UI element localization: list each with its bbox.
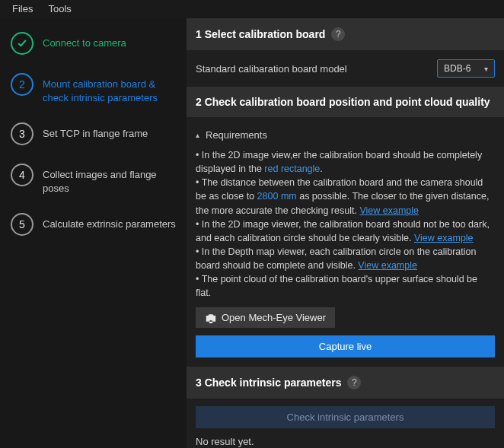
step-label: Connect to camera xyxy=(43,32,126,50)
board-model-value: BDB-6 xyxy=(444,63,471,74)
step-circle-pending: 4 xyxy=(11,164,33,186)
chevron-up-icon: ▴ xyxy=(196,131,199,139)
check-intrinsic-button[interactable]: Check intrinsic parameters xyxy=(196,406,495,428)
menu-tools[interactable]: Tools xyxy=(40,2,78,16)
step-collect-images[interactable]: 4 Collect images and flange poses xyxy=(8,164,179,195)
capture-live-button[interactable]: Capture live xyxy=(196,335,495,357)
menu-files[interactable]: Files xyxy=(5,2,40,16)
chevron-down-icon: ▾ xyxy=(484,65,488,73)
requirements-label: Requirements xyxy=(206,129,267,141)
board-model-label: Standard calibaration board model xyxy=(196,63,347,75)
section3-title: 3 Check intrinsic parameters xyxy=(196,377,341,389)
req-item: In the 2D image viewer, the calibration … xyxy=(196,218,495,245)
capture-row: Capture live xyxy=(187,335,504,367)
requirements-block: ▴ Requirements In the 2D image view,er t… xyxy=(187,117,504,335)
view-example-link[interactable]: View example xyxy=(414,233,474,243)
req-item: In the Depth map viewer, each calibratio… xyxy=(196,245,495,272)
step-calculate-extrinsic[interactable]: 5 Calculate extrinsic parameters xyxy=(8,213,179,236)
step-set-tcp[interactable]: 3 Set TCP in flange frame xyxy=(8,122,179,145)
help-icon[interactable]: ? xyxy=(347,376,361,389)
step-label: Collect images and flange poses xyxy=(43,164,179,195)
step-label: Mount calibration board & check intrinsi… xyxy=(43,73,179,104)
section3-header: 3 Check intrinsic parameters ? xyxy=(187,367,504,399)
requirements-list: In the 2D image view,er the calibration … xyxy=(196,148,495,300)
requirements-toggle[interactable]: ▴ Requirements xyxy=(196,125,495,145)
section2-header: 2 Check calibration board position and p… xyxy=(187,87,504,117)
camera-icon xyxy=(205,313,217,323)
board-model-row: Standard calibaration board model BDB-6 … xyxy=(187,50,504,87)
red-rectangle-link[interactable]: red rectangle xyxy=(264,164,320,174)
section1-title: 1 Select calibration board xyxy=(196,28,325,40)
distance-value: 2800 mm xyxy=(257,191,297,202)
main-panel: 1 Select calibration board ? Standard ca… xyxy=(187,18,504,448)
open-mecheye-button[interactable]: Open Mech-Eye Viewer xyxy=(196,307,335,328)
req-item: The distance between the calibration boa… xyxy=(196,176,495,217)
section2-title: 2 Check calibration board position and p… xyxy=(196,96,490,108)
open-mecheye-label: Open Mech-Eye Viewer xyxy=(222,312,326,323)
check-icon xyxy=(16,37,28,49)
check-row: Check intrinsic parameters xyxy=(187,406,504,428)
intrinsic-status: No result yet. xyxy=(196,436,254,447)
step-circle-done xyxy=(11,32,33,55)
status-row: No result yet. xyxy=(187,436,504,447)
step-label: Set TCP in flange frame xyxy=(43,122,148,141)
step-circle-pending: 3 xyxy=(11,122,33,145)
main-layout: Connect to camera 2 Mount calibration bo… xyxy=(0,18,504,448)
req-item: In the 2D image view,er the calibration … xyxy=(196,148,495,176)
help-icon[interactable]: ? xyxy=(331,27,345,41)
sidebar: Connect to camera 2 Mount calibration bo… xyxy=(0,18,187,448)
menubar: Files Tools xyxy=(0,0,504,18)
step-label: Calculate extrinsic parameters xyxy=(43,213,176,231)
view-example-link[interactable]: View example xyxy=(359,205,419,216)
step-mount-board[interactable]: 2 Mount calibration board & check intrin… xyxy=(8,73,179,104)
req-item: The point cloud of the calibration board… xyxy=(196,272,495,300)
board-model-select[interactable]: BDB-6 ▾ xyxy=(437,59,495,78)
step-circle-pending: 5 xyxy=(11,213,33,236)
view-example-link[interactable]: View example xyxy=(358,260,417,271)
step-circle-active: 2 xyxy=(11,73,33,96)
section1-header: 1 Select calibration board ? xyxy=(187,18,504,50)
step-connect-camera[interactable]: Connect to camera xyxy=(8,32,179,55)
